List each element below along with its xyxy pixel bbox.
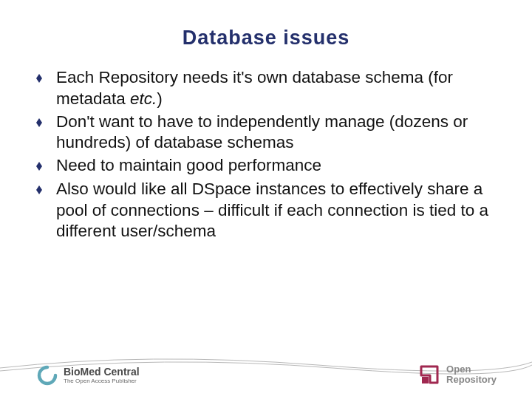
svg-marker-0 (36, 74, 42, 83)
slide: Database issues Each Repository needs it… (0, 0, 532, 399)
open-circle-icon (37, 365, 58, 386)
text-em: etc. (130, 89, 157, 108)
list-item: Need to maintain good performance (35, 155, 494, 177)
logo-text-block: Open Repository (446, 364, 497, 384)
list-item: Also would like all DSpace instances to … (35, 179, 494, 242)
svg-rect-4 (422, 377, 429, 383)
logo-main-text: BioMed Central (64, 366, 140, 377)
list-item-text: Don't want to have to independently mana… (56, 112, 494, 154)
diamond-icon (35, 70, 43, 89)
logo-line1: Open (446, 364, 497, 375)
text-pre: Need to maintain good performance (56, 156, 321, 174)
text-post: ) (157, 89, 163, 108)
biomed-central-logo: BioMed Central The Open Access Publisher (37, 365, 140, 386)
diamond-icon (35, 115, 43, 134)
logo-sub-text: The Open Access Publisher (64, 378, 140, 384)
list-item-text: Also would like all DSpace instances to … (56, 179, 494, 242)
text-pre: Don't want to have to independently mana… (56, 112, 468, 152)
text-pre: Each Repository needs it's own database … (56, 68, 453, 108)
logo-line2: Repository (446, 375, 497, 385)
diamond-icon (35, 158, 43, 177)
slide-title: Database issues (31, 27, 501, 50)
svg-marker-3 (36, 185, 42, 194)
list-item-text: Each Repository needs it's own database … (56, 67, 494, 110)
list-item: Don't want to have to independently mana… (35, 112, 494, 154)
open-repository-icon (418, 364, 440, 386)
svg-marker-1 (36, 118, 42, 127)
bullet-list: Each Repository needs it's own database … (31, 67, 501, 242)
open-repository-logo: Open Repository (418, 364, 497, 386)
diamond-icon (35, 182, 43, 201)
logo-text-block: BioMed Central The Open Access Publisher (64, 366, 140, 384)
footer: BioMed Central The Open Access Publisher… (0, 346, 532, 399)
svg-marker-2 (36, 162, 42, 171)
list-item-text: Need to maintain good performance (56, 155, 321, 177)
text-pre: Also would like all DSpace instances to … (56, 180, 488, 241)
list-item: Each Repository needs it's own database … (35, 67, 494, 110)
